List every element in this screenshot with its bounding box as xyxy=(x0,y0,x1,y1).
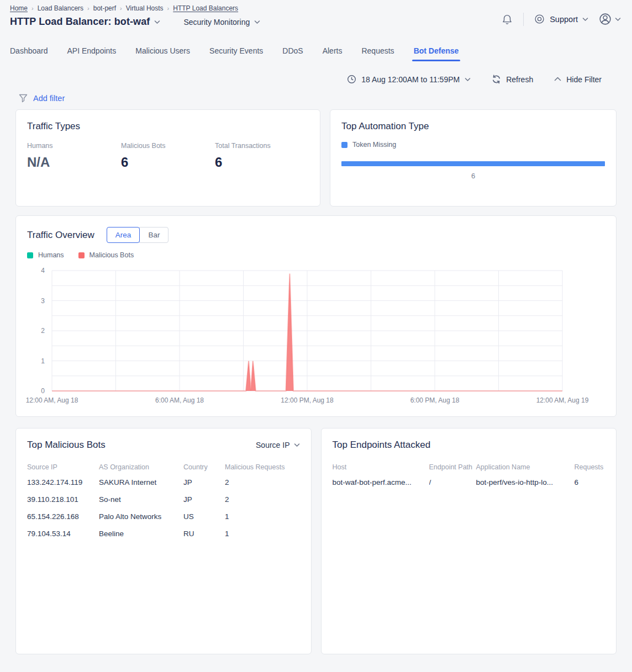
source-ip-link[interactable]: 65.154.226.168 xyxy=(27,512,99,521)
automation-legend-item: Token Missing xyxy=(341,141,605,149)
chevron-right-icon: › xyxy=(167,5,170,12)
hide-filter-button[interactable]: Hide Filter xyxy=(554,75,602,84)
chevron-up-icon xyxy=(554,77,561,82)
column-header: Malicious Requests xyxy=(225,463,300,471)
table-header-row: Source IPAS OrganizationCountryMalicious… xyxy=(27,461,300,474)
host-value: bot-waf-bot-perf.acme... xyxy=(333,478,429,486)
breadcrumb-item: bot-perf xyxy=(93,4,116,12)
table-row: 39.110.218.101So-netJP2 xyxy=(27,491,300,508)
as-organization-link[interactable]: So-net xyxy=(99,495,183,504)
country-link[interactable]: JP xyxy=(183,495,225,504)
endpoint-path-value: / xyxy=(429,478,476,486)
lb-selector-chevron-down-icon[interactable] xyxy=(154,20,160,24)
group-by-value: Source IP xyxy=(256,441,289,449)
tab-api-endpoints[interactable]: API Endpoints xyxy=(67,44,117,61)
legend-label: Humans xyxy=(38,251,64,259)
stat-label: Humans xyxy=(27,142,121,150)
svg-text:6:00 AM, Aug 18: 6:00 AM, Aug 18 xyxy=(155,396,204,404)
chevron-down-icon xyxy=(294,443,300,447)
application-name-value: bot-perf/ves-io-http-lo... xyxy=(476,478,575,486)
stat-value: 6 xyxy=(215,155,309,170)
chevron-down-icon xyxy=(615,17,621,22)
svg-text:6:00 PM, Aug 18: 6:00 PM, Aug 18 xyxy=(410,396,460,404)
stat-total-transactions: Total Transactions6 xyxy=(215,142,309,170)
notifications-bell-icon[interactable] xyxy=(501,13,513,26)
refresh-button[interactable]: Refresh xyxy=(492,75,533,84)
chevron-down-icon xyxy=(465,77,471,82)
svg-text:12:00 AM, Aug 19: 12:00 AM, Aug 19 xyxy=(536,396,589,404)
detail-cards-row: Top Malicious Bots Source IP Source IPAS… xyxy=(15,428,617,654)
tab-bot-defense[interactable]: Bot Defense xyxy=(414,44,459,61)
malicious-requests-value: 2 xyxy=(225,478,300,486)
top-endpoints-title: Top Endpoints Attacked xyxy=(333,440,605,451)
automation-bar[interactable] xyxy=(341,161,605,166)
tab-ddos[interactable]: DDoS xyxy=(282,44,303,61)
table-row: 65.154.226.168Palo Alto NetworksUS1 xyxy=(27,508,300,525)
tab-security-events[interactable]: Security Events xyxy=(209,44,263,61)
column-header: Country xyxy=(183,463,225,471)
chevron-down-icon xyxy=(582,17,588,22)
legend-swatch xyxy=(78,252,85,258)
column-header: AS Organization xyxy=(99,463,183,471)
legend-item-malicious-bots: Malicious Bots xyxy=(78,251,134,259)
refresh-label: Refresh xyxy=(506,75,533,84)
header-left: Home›Load Balancers›bot-perf›Virtual Hos… xyxy=(10,4,260,28)
column-header: Endpoint Path xyxy=(429,463,476,471)
breadcrumb-item: Virtual Hosts xyxy=(126,4,164,12)
add-filter-button[interactable]: Add filter xyxy=(33,94,65,103)
source-ip-link[interactable]: 133.242.174.119 xyxy=(27,478,99,486)
top-header: Home›Load Balancers›bot-perf›Virtual Hos… xyxy=(0,0,632,28)
column-header: Source IP xyxy=(27,463,99,471)
malicious-bots-table: Source IPAS OrganizationCountryMalicious… xyxy=(27,461,300,542)
chart-type-toggle: AreaBar xyxy=(107,227,169,243)
breadcrumb-item: Load Balancers xyxy=(38,4,83,12)
header-divider xyxy=(523,13,524,26)
breadcrumb-item[interactable]: HTTP Load Balancers xyxy=(173,4,238,12)
table-row: 133.242.174.119SAKURA InternetJP2 xyxy=(27,474,300,491)
support-menu[interactable]: Support xyxy=(534,13,588,25)
traffic-overview-title: Traffic Overview xyxy=(27,230,94,241)
as-organization-link[interactable]: Beeline xyxy=(99,530,183,538)
group-by-selector[interactable]: Source IP xyxy=(256,441,299,449)
as-organization-link[interactable]: Palo Alto Networks xyxy=(99,512,183,521)
chart-type-area-button[interactable]: Area xyxy=(107,227,140,243)
stat-humans: HumansN/A xyxy=(27,142,121,170)
account-menu[interactable] xyxy=(598,12,621,26)
endpoints-table: HostEndpoint PathApplication NameRequest… xyxy=(333,461,605,491)
traffic-types-card: Traffic Types HumansN/AMalicious Bots6To… xyxy=(15,109,320,207)
tab-bar: DashboardAPI EndpointsMalicious UsersSec… xyxy=(0,44,632,61)
country-link[interactable]: US xyxy=(183,512,225,521)
monitoring-view-selector[interactable]: Security Monitoring xyxy=(183,18,260,27)
chevron-right-icon: › xyxy=(87,5,89,12)
svg-text:0: 0 xyxy=(41,387,45,395)
country-link[interactable]: RU xyxy=(183,530,225,538)
filter-bar: 18 Aug 12:00AM to 11:59PM Refresh Hide F… xyxy=(0,75,632,84)
traffic-types-stats: HumansN/AMalicious Bots6Total Transactio… xyxy=(27,142,309,170)
top-endpoints-card: Top Endpoints Attacked HostEndpoint Path… xyxy=(321,428,617,654)
country-link[interactable]: JP xyxy=(183,478,225,486)
tab-alerts[interactable]: Alerts xyxy=(323,44,343,61)
chart-type-bar-button[interactable]: Bar xyxy=(139,227,168,243)
chevron-right-icon: › xyxy=(31,5,34,12)
tab-malicious-users[interactable]: Malicious Users xyxy=(135,44,190,61)
monitoring-view-label: Security Monitoring xyxy=(183,18,250,27)
add-filter-row: Add filter xyxy=(0,94,632,103)
support-label: Support xyxy=(550,15,578,24)
source-ip-link[interactable]: 79.104.53.14 xyxy=(27,530,99,538)
breadcrumb-item[interactable]: Home xyxy=(10,4,28,12)
chevron-right-icon: › xyxy=(120,5,122,12)
traffic-overview-legend: HumansMalicious Bots xyxy=(27,251,605,259)
tab-dashboard[interactable]: Dashboard xyxy=(10,44,48,61)
header-right: Support xyxy=(501,12,621,26)
clock-icon xyxy=(347,75,356,84)
svg-text:3: 3 xyxy=(41,297,45,305)
column-header: Application Name xyxy=(476,463,575,471)
area-chart-svg: 0123412:00 AM, Aug 186:00 AM, Aug 1812:0… xyxy=(27,266,601,405)
as-organization-link[interactable]: SAKURA Internet xyxy=(99,478,183,486)
page: Home›Load Balancers›bot-perf›Virtual Hos… xyxy=(0,0,632,672)
table-row: 79.104.53.14BeelineRU1 xyxy=(27,525,300,542)
stat-value: 6 xyxy=(121,155,215,170)
tab-requests[interactable]: Requests xyxy=(361,44,394,61)
date-range-picker[interactable]: 18 Aug 12:00AM to 11:59PM xyxy=(347,75,471,84)
source-ip-link[interactable]: 39.110.218.101 xyxy=(27,495,99,504)
